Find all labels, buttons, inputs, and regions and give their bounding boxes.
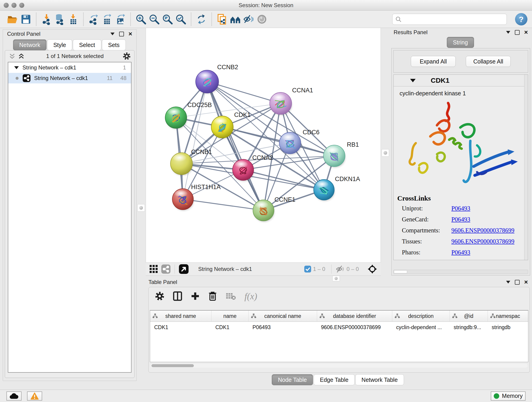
show-columns-button[interactable] xyxy=(173,291,182,301)
hide-panels-button[interactable] xyxy=(242,12,255,26)
network-view-canvas[interactable]: CCNB2CCNA1CDC25BCDK1CDC6RB1CCNB1CCNA2CDK… xyxy=(146,28,381,262)
tab-sets[interactable]: Sets xyxy=(102,39,126,51)
panel-collapse-icon[interactable] xyxy=(506,31,510,34)
network-collection-row[interactable]: String Network – cdk1 1 xyxy=(8,62,131,73)
scrollbar-thumb[interactable] xyxy=(152,364,194,367)
import-table-file-button[interactable] xyxy=(66,12,80,26)
scrollbar-thumb[interactable] xyxy=(394,270,407,274)
gear-icon[interactable] xyxy=(123,52,131,60)
bottom-splitter-handle[interactable] xyxy=(332,276,340,281)
node-CCNB1[interactable] xyxy=(171,153,193,175)
create-column-button[interactable] xyxy=(191,292,200,300)
clone-network-button[interactable] xyxy=(215,12,229,26)
collapse-all-icon[interactable] xyxy=(9,53,16,60)
node-CCNA1[interactable] xyxy=(270,92,292,115)
node-CCNA2[interactable] xyxy=(233,159,254,181)
pan-mode-button[interactable] xyxy=(367,264,377,274)
node-CDC25B[interactable] xyxy=(165,107,187,129)
network-edges[interactable] xyxy=(176,82,334,211)
window-close-button[interactable] xyxy=(4,3,9,8)
node-HIST1H1A[interactable] xyxy=(172,189,194,211)
hidden-eye-slash-icon[interactable] xyxy=(336,265,345,273)
birdseye-toggle-button[interactable] xyxy=(229,12,242,26)
save-session-button[interactable] xyxy=(19,12,32,26)
column-header-description[interactable]: description xyxy=(392,311,450,322)
table-row[interactable]: CDK1CDK1P064939606.ENSP00000378699cyclin… xyxy=(150,322,528,333)
cloud-status-button[interactable] xyxy=(6,391,22,401)
window-minimize-button[interactable] xyxy=(12,3,17,8)
crosslink-link[interactable]: P06493 xyxy=(451,216,528,223)
export-table-button[interactable] xyxy=(100,12,114,26)
expand-all-button[interactable]: Expand All xyxy=(411,56,456,67)
panel-float-icon[interactable] xyxy=(515,280,520,285)
node-label-CCNB1: CCNB1 xyxy=(191,148,212,155)
gene-entry-header[interactable]: CDK1 xyxy=(394,75,528,86)
help-button[interactable]: ? xyxy=(515,13,527,26)
expand-all-icon[interactable] xyxy=(18,53,25,60)
tab-string[interactable]: String xyxy=(447,37,474,48)
node-CDK1[interactable] xyxy=(211,116,234,139)
network-view-mode-button[interactable] xyxy=(161,264,171,274)
column-type-icon xyxy=(490,313,496,319)
entry-caret-icon[interactable] xyxy=(410,79,416,82)
apply-layout-button[interactable] xyxy=(195,12,208,26)
column-header-database-identifier[interactable]: database identifier xyxy=(317,311,392,322)
column-header-@id[interactable]: @id xyxy=(450,311,488,322)
crosslink-link[interactable]: P06493 xyxy=(451,249,528,256)
node-RB1[interactable] xyxy=(323,145,345,167)
node-CCNE1[interactable] xyxy=(253,200,274,222)
tab-select[interactable]: Select xyxy=(73,39,101,51)
panel-float-icon[interactable] xyxy=(515,30,520,35)
delete-table-button[interactable] xyxy=(226,292,236,300)
import-network-file-button[interactable] xyxy=(40,12,53,26)
crosslink-link[interactable]: 9606.ENSP00000378699 xyxy=(451,238,528,245)
panel-collapse-icon[interactable] xyxy=(110,32,114,35)
panel-float-icon[interactable] xyxy=(119,32,124,36)
collapse-all-button[interactable]: Collapse All xyxy=(466,56,511,67)
export-image-button[interactable] xyxy=(114,12,127,26)
column-header-namespac[interactable]: namespac xyxy=(488,311,528,322)
edge-CCNB2-CCNE1[interactable] xyxy=(207,82,264,211)
open-session-button[interactable] xyxy=(6,12,19,26)
results-vertical-scrollbar[interactable] xyxy=(524,75,528,260)
crosslink-link[interactable]: P06493 xyxy=(451,205,528,212)
edge-HIST1H1A-CCNE1[interactable] xyxy=(183,199,264,211)
zoom-out-button[interactable] xyxy=(147,12,161,26)
panel-collapse-icon[interactable] xyxy=(506,281,510,283)
memory-button[interactable]: Memory xyxy=(491,391,526,401)
crosslink-link[interactable]: 9606.ENSP00000378699 xyxy=(451,227,528,234)
panel-close-icon[interactable]: × xyxy=(524,280,528,284)
table-settings-button[interactable] xyxy=(155,292,164,301)
tab-network[interactable]: Network xyxy=(13,39,46,51)
column-header-canonical-name[interactable]: canonical name xyxy=(248,311,317,322)
grid-view-button[interactable] xyxy=(149,265,158,274)
zoom-selected-button[interactable] xyxy=(174,12,187,26)
left-splitter-handle[interactable] xyxy=(138,204,145,211)
right-splitter-handle[interactable] xyxy=(382,149,389,157)
export-network-file-button[interactable] xyxy=(87,12,100,26)
tab-style[interactable]: Style xyxy=(47,39,72,51)
function-builder-button[interactable]: f(x) xyxy=(244,291,257,302)
selected-checkbox-icon[interactable] xyxy=(304,266,311,273)
window-zoom-button[interactable] xyxy=(19,3,24,8)
delete-column-button[interactable] xyxy=(208,291,217,301)
warnings-button[interactable] xyxy=(27,391,42,401)
birdseye-button[interactable] xyxy=(179,264,189,274)
node-CDKN1A[interactable] xyxy=(314,179,335,201)
tab-edge-table[interactable]: Edge Table xyxy=(314,374,355,385)
string-network-graph[interactable]: CCNB2CCNA1CDC25BCDK1CDC6RB1CCNB1CCNA2CDK… xyxy=(146,28,380,262)
show-panels-button[interactable] xyxy=(255,12,268,26)
tab-node-table[interactable]: Node Table xyxy=(272,374,313,385)
tab-network-table[interactable]: Network Table xyxy=(355,374,404,385)
column-header-shared-name[interactable]: shared name xyxy=(150,311,211,322)
column-header-name[interactable]: name xyxy=(211,311,248,322)
zoom-fit-button[interactable] xyxy=(161,12,174,26)
tree-caret-icon[interactable] xyxy=(14,66,19,69)
import-network-database-button[interactable] xyxy=(53,12,66,26)
zoom-in-button[interactable] xyxy=(134,12,147,26)
panel-close-icon[interactable]: × xyxy=(128,32,132,36)
network-row-selected[interactable]: String Network – cdk1 11 48 xyxy=(8,73,131,83)
edge-CCNB2-HIST1H1A[interactable] xyxy=(183,82,207,199)
search-input[interactable] xyxy=(404,14,507,24)
panel-close-icon[interactable]: × xyxy=(524,30,528,35)
